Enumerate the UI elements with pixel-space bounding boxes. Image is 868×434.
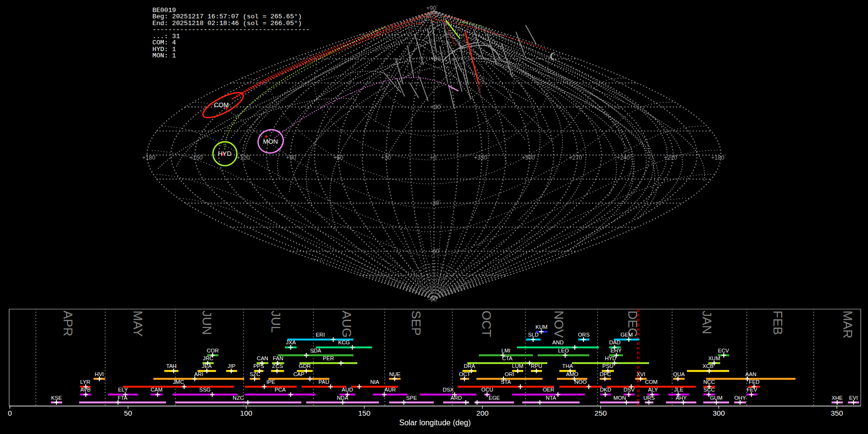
svg-text:JLE: JLE bbox=[674, 387, 683, 393]
svg-text:+210°: +210° bbox=[664, 154, 679, 161]
svg-text:XUM: XUM bbox=[708, 355, 720, 361]
svg-text:TAH: TAH bbox=[166, 363, 177, 369]
svg-text:JUL: JUL bbox=[269, 311, 283, 333]
svg-text:GUM: GUM bbox=[710, 395, 722, 401]
svg-text:GEM: GEM bbox=[621, 332, 633, 338]
svg-text:FED: FED bbox=[749, 379, 760, 385]
svg-text:MON: MON bbox=[613, 395, 626, 401]
svg-text:URS: URS bbox=[643, 395, 655, 401]
svg-text:EGE: EGE bbox=[488, 395, 500, 401]
svg-text:+180°: +180° bbox=[142, 154, 157, 161]
svg-text:XHE: XHE bbox=[832, 395, 843, 401]
svg-text:300: 300 bbox=[713, 409, 725, 417]
svg-text:+60°: +60° bbox=[431, 55, 442, 62]
svg-text:+300°: +300° bbox=[522, 154, 537, 161]
svg-text:PCA: PCA bbox=[274, 387, 286, 393]
svg-text:HVI: HVI bbox=[95, 371, 104, 377]
svg-text:0: 0 bbox=[8, 409, 12, 417]
svg-text:NCC: NCC bbox=[703, 379, 715, 385]
svg-text:JEA: JEA bbox=[202, 363, 212, 369]
svg-text:200: 200 bbox=[476, 409, 488, 417]
svg-text:AHY: AHY bbox=[676, 395, 687, 401]
svg-text:XVI: XVI bbox=[637, 371, 645, 377]
svg-text:LYR: LYR bbox=[80, 379, 90, 385]
svg-text:150: 150 bbox=[358, 409, 370, 417]
svg-text:FEB: FEB bbox=[771, 311, 785, 335]
svg-text:+120°: +120° bbox=[237, 154, 252, 161]
svg-text:STA: STA bbox=[501, 379, 511, 385]
svg-text:DSX: DSX bbox=[443, 387, 454, 393]
svg-text:JRC: JRC bbox=[203, 355, 214, 361]
svg-text:+270°: +270° bbox=[569, 154, 584, 161]
svg-text:MON: MON bbox=[263, 138, 278, 145]
svg-text:AUR: AUR bbox=[384, 387, 396, 393]
svg-text:50: 50 bbox=[124, 409, 132, 417]
svg-text:MAY: MAY bbox=[131, 311, 145, 337]
svg-text:IPE: IPE bbox=[266, 379, 275, 385]
svg-text:+150°: +150° bbox=[190, 154, 204, 161]
svg-text:+30°: +30° bbox=[431, 103, 442, 110]
svg-text:ORS: ORS bbox=[578, 332, 589, 338]
svg-text:CAM: CAM bbox=[150, 387, 163, 393]
svg-text:Solar longitude (deg): Solar longitude (deg) bbox=[399, 419, 471, 427]
svg-text:MON: 1: MON: 1 bbox=[152, 52, 176, 59]
svg-text:JAN: JAN bbox=[700, 311, 714, 334]
svg-text:HYD: HYD bbox=[605, 355, 616, 361]
svg-text:NOO: NOO bbox=[574, 379, 587, 385]
svg-text:XCB: XCB bbox=[703, 363, 714, 369]
svg-text:COM: COM bbox=[645, 379, 657, 385]
svg-text:ARI: ARI bbox=[194, 371, 203, 377]
svg-text:ORI: ORI bbox=[505, 371, 515, 377]
svg-text:RPU: RPU bbox=[531, 363, 542, 369]
svg-text:NIA: NIA bbox=[370, 379, 380, 385]
svg-text:GDR: GDR bbox=[299, 363, 311, 369]
svg-text:FAN: FAN bbox=[273, 355, 284, 361]
svg-text:ARD: ARD bbox=[450, 395, 462, 401]
svg-text:OHY: OHY bbox=[734, 395, 746, 401]
svg-text:KCG: KCG bbox=[338, 339, 350, 345]
svg-text:JXA: JXA bbox=[286, 339, 296, 345]
svg-text:NDA: NDA bbox=[337, 395, 348, 401]
svg-text:OCU: OCU bbox=[481, 387, 493, 393]
svg-text:ELY: ELY bbox=[118, 387, 128, 393]
svg-text:DSV: DSV bbox=[624, 387, 635, 393]
svg-text:NTA: NTA bbox=[546, 395, 556, 401]
svg-text:JIP: JIP bbox=[228, 363, 235, 369]
svg-text:+60°: +60° bbox=[333, 154, 345, 161]
svg-text:250: 250 bbox=[595, 409, 607, 417]
svg-text:EHY: EHY bbox=[610, 348, 622, 353]
svg-text:EVI: EVI bbox=[849, 395, 858, 401]
svg-text:LEO: LEO bbox=[558, 348, 569, 353]
svg-text:OCT: OCT bbox=[459, 371, 471, 377]
svg-text:LUM: LUM bbox=[512, 363, 524, 369]
svg-text:AAN: AAN bbox=[745, 371, 756, 377]
svg-text:100: 100 bbox=[240, 409, 252, 417]
svg-text:ERI: ERI bbox=[316, 332, 325, 338]
svg-text:PER: PER bbox=[323, 355, 334, 361]
svg-text:COM: COM bbox=[214, 101, 229, 108]
svg-text:+180°: +180° bbox=[711, 154, 726, 161]
svg-text:KUM: KUM bbox=[536, 324, 548, 330]
svg-text:AMO: AMO bbox=[566, 371, 579, 377]
svg-text:+90°: +90° bbox=[286, 154, 298, 161]
svg-text:SSG: SSG bbox=[199, 387, 211, 393]
svg-text:LMI: LMI bbox=[502, 348, 511, 353]
svg-text:CAP: CAP bbox=[293, 371, 304, 377]
svg-text:APR: APR bbox=[61, 311, 75, 336]
svg-text:AUG: AUG bbox=[339, 311, 354, 338]
svg-text:HYD: HYD bbox=[218, 150, 231, 157]
svg-text:OCT: OCT bbox=[479, 311, 494, 337]
svg-text:THA: THA bbox=[562, 363, 573, 369]
svg-text:JUN: JUN bbox=[200, 311, 214, 335]
svg-text:PAU: PAU bbox=[319, 379, 329, 385]
svg-text:CTA: CTA bbox=[502, 355, 513, 361]
svg-text:PSU: PSU bbox=[602, 363, 613, 369]
svg-text:+330°: +330° bbox=[474, 154, 489, 161]
svg-text:SLD: SLD bbox=[528, 332, 539, 338]
svg-text:SEP: SEP bbox=[409, 311, 423, 336]
svg-text:DAD: DAD bbox=[609, 339, 621, 345]
svg-text:NOV: NOV bbox=[552, 311, 566, 338]
svg-text:MAR: MAR bbox=[841, 311, 855, 339]
svg-text:SPE: SPE bbox=[406, 395, 417, 401]
svg-text:DKD: DKD bbox=[600, 387, 611, 393]
